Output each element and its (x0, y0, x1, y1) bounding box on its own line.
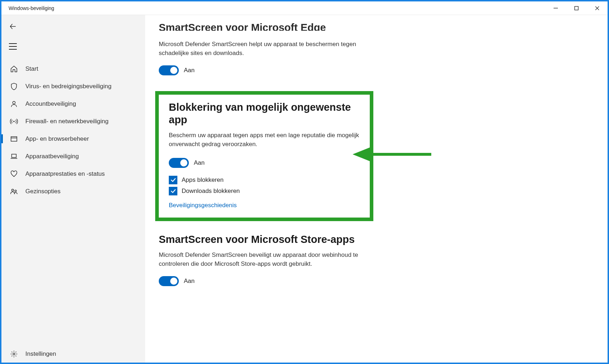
window-controls (545, 1, 608, 15)
toggle-pua[interactable] (169, 158, 189, 168)
sidebar: Start Virus- en bedreigingsbeveiliging A… (1, 15, 145, 363)
sidebar-item-settings[interactable]: Instellingen (1, 345, 145, 363)
sidebar-item-health[interactable]: Apparaatprestaties en -status (1, 165, 145, 183)
sidebar-item-label: Gezinsopties (25, 188, 60, 195)
back-button[interactable] (4, 18, 21, 35)
toggle-label-pua: Aan (194, 159, 205, 166)
toggle-smartscreen-edge[interactable] (159, 65, 179, 75)
sidebar-item-virus[interactable]: Virus- en bedreigingsbeveiliging (1, 78, 145, 95)
svg-rect-2 (9, 43, 17, 44)
checkbox-label-apps: Apps blokkeren (182, 176, 224, 184)
toggle-label-store: Aan (184, 278, 195, 285)
person-icon (9, 99, 19, 109)
sidebar-item-label: Instellingen (25, 350, 56, 358)
svg-rect-4 (9, 49, 17, 50)
svg-point-5 (13, 101, 15, 104)
sidebar-item-app-browser[interactable]: App- en browserbeheer (1, 130, 145, 148)
section-smartscreen-store: SmartScreen voor Microsoft Store-apps Mi… (159, 233, 583, 286)
svg-rect-7 (11, 136, 17, 141)
highlighted-pua-section: Blokkering van mogelijk ongewenste app B… (155, 91, 373, 221)
checkbox-block-downloads[interactable] (169, 187, 177, 195)
section-desc-pua: Bescherm uw apparaat tegen apps met een … (169, 131, 360, 149)
family-icon (9, 187, 19, 196)
svg-point-13 (13, 353, 15, 355)
close-button[interactable] (587, 1, 608, 15)
section-title-store: SmartScreen voor Microsoft Store-apps (159, 233, 583, 246)
minimize-button[interactable] (545, 1, 566, 15)
app-body: Start Virus- en bedreigingsbeveiliging A… (1, 15, 608, 363)
svg-point-6 (13, 121, 15, 122)
svg-point-12 (15, 190, 16, 191)
sidebar-item-label: Virus- en bedreigingsbeveiliging (25, 83, 112, 90)
checkbox-block-apps[interactable] (169, 176, 177, 184)
app-browser-icon (9, 134, 19, 144)
sidebar-item-label: Accountbeveiliging (25, 100, 76, 108)
sidebar-item-family[interactable]: Gezinsopties (1, 183, 145, 200)
window-title: Windows-beveiliging (1, 5, 54, 11)
toggle-smartscreen-store[interactable] (159, 276, 179, 286)
antenna-icon (9, 117, 19, 126)
gear-icon (9, 349, 19, 359)
section-title-edge: SmartScreen voor Microsoft Edge (159, 21, 583, 31)
sidebar-item-label: Apparaatprestaties en -status (25, 170, 105, 178)
checkbox-label-downloads: Downloads blokkeren (182, 188, 240, 195)
sidebar-item-label: App- en browserbeheer (25, 135, 89, 143)
hamburger-button[interactable] (4, 38, 21, 55)
maximize-button[interactable] (566, 1, 587, 15)
section-desc-edge: Microsoft Defender SmartScreen helpt uw … (159, 40, 359, 58)
sidebar-item-label: Start (25, 65, 38, 73)
toggle-label-edge: Aan (184, 67, 195, 74)
sidebar-item-device[interactable]: Apparaatbeveiliging (1, 148, 145, 165)
sidebar-item-label: Apparaatbeveiliging (25, 153, 79, 160)
svg-rect-1 (575, 6, 578, 10)
laptop-icon (9, 152, 19, 161)
shield-icon (9, 82, 19, 91)
arrow-left-icon (9, 23, 17, 30)
home-icon (9, 64, 19, 74)
hamburger-icon (9, 43, 17, 50)
sidebar-item-firewall[interactable]: Firewall- en netwerkbeveiliging (1, 113, 145, 130)
svg-point-11 (12, 189, 14, 191)
link-security-history[interactable]: Beveiligingsgeschiedenis (169, 202, 237, 209)
sidebar-item-start[interactable]: Start (1, 60, 145, 78)
sidebar-item-account[interactable]: Accountbeveiliging (1, 95, 145, 113)
section-title-pua: Blokkering van mogelijk ongewenste app (169, 101, 360, 126)
titlebar: Windows-beveiliging (1, 1, 608, 15)
svg-rect-0 (554, 8, 558, 8)
svg-rect-9 (12, 154, 16, 157)
svg-rect-3 (9, 46, 17, 47)
app-window: Windows-beveiliging (0, 0, 609, 364)
heart-icon (9, 169, 19, 179)
sidebar-list: Start Virus- en bedreigingsbeveiliging A… (1, 60, 145, 345)
section-smartscreen-edge: SmartScreen voor Microsoft Edge Microsof… (159, 26, 583, 75)
sidebar-item-label: Firewall- en netwerkbeveiliging (25, 118, 108, 125)
content-area: SmartScreen voor Microsoft Edge Microsof… (145, 15, 608, 363)
section-desc-store: Microsoft Defender SmartScreen beveiligt… (159, 251, 359, 268)
